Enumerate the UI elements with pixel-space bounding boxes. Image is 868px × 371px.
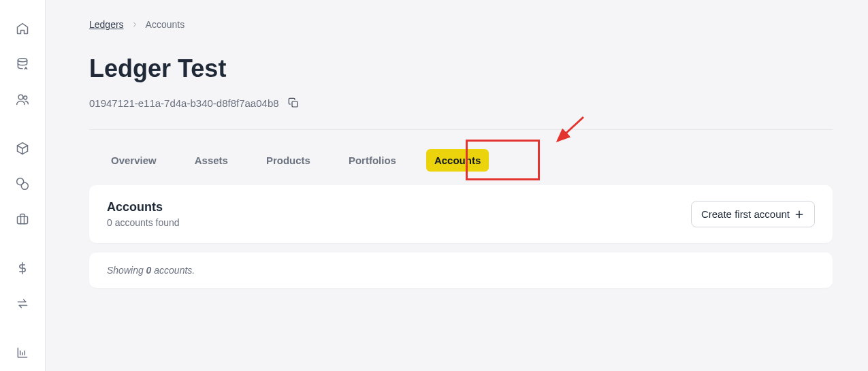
summary-suffix: accounts. [151,265,195,276]
nav-transfer[interactable] [10,291,35,316]
accounts-card: Accounts 0 accounts found Create first a… [89,185,833,243]
users-icon [16,93,29,106]
breadcrumb-current: Accounts [146,19,185,30]
main-content: Ledgers Accounts Ledger Test 01947121-e1… [46,0,868,371]
accounts-card-title: Accounts [107,200,180,214]
page-title: Ledger Test [89,54,833,83]
tab-accounts[interactable]: Accounts [426,149,489,172]
plus-icon [794,209,805,220]
ledger-id-row: 01947121-e11a-7d4a-b340-d8f8f7aa04b8 [89,95,833,110]
svg-point-2 [24,96,27,99]
nav-briefcase[interactable] [10,207,35,231]
svg-rect-6 [292,101,298,107]
bar-chart-icon [16,346,29,359]
svg-point-1 [18,95,23,99]
svg-point-0 [18,59,27,62]
dollar-icon [16,261,29,275]
breadcrumb-parent[interactable]: Ledgers [89,19,124,30]
sidebar [0,0,46,371]
ledger-id: 01947121-e11a-7d4a-b340-d8f8f7aa04b8 [89,97,279,109]
tabs: Overview Assets Products Portfolios Acco… [89,130,833,185]
nav-cube[interactable] [10,136,35,161]
nav-coins[interactable] [10,172,35,196]
nav-users[interactable] [10,87,35,112]
accounts-card-text: Accounts 0 accounts found [107,200,180,228]
tab-overview[interactable]: Overview [103,149,165,172]
nav-reports[interactable] [10,340,35,365]
nav-database[interactable] [10,52,35,76]
create-first-account-button[interactable]: Create first account [691,201,815,227]
accounts-card-subtitle: 0 accounts found [107,217,180,228]
copy-icon [288,97,299,108]
summary-card: Showing 0 accounts. [89,253,833,288]
annotation-arrow [549,114,590,148]
svg-point-4 [21,182,28,189]
briefcase-icon [16,212,29,226]
copy-button[interactable] [286,95,301,110]
tab-assets[interactable]: Assets [187,149,236,172]
coins-icon [16,177,29,191]
cube-icon [16,142,29,155]
database-icon [16,57,29,71]
nav-home[interactable] [10,16,35,41]
svg-rect-5 [18,216,28,224]
transfer-icon [16,297,29,310]
summary-prefix: Showing [107,265,146,276]
tab-products[interactable]: Products [258,149,319,172]
create-button-label: Create first account [701,208,790,220]
nav-dollar[interactable] [10,256,35,280]
breadcrumb: Ledgers Accounts [89,19,833,30]
chevron-right-icon [131,20,139,29]
tab-portfolios[interactable]: Portfolios [340,149,404,172]
home-icon [16,22,29,35]
